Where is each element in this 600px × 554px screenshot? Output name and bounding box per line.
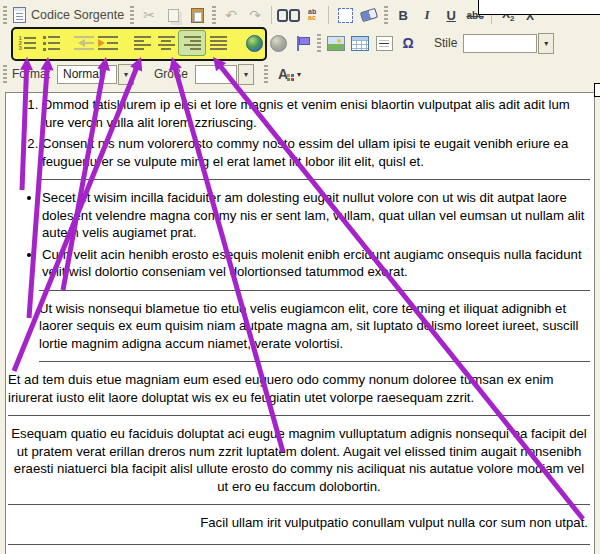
text-color-button[interactable]: A [271,63,295,85]
bullet-list-item[interactable]: Secet et wisim incilla faciduiter am dol… [42,189,590,242]
bold-button[interactable]: B [391,4,415,26]
format-dropdown[interactable]: Normal ▾ [57,64,134,85]
left-aligned-paragraph[interactable]: Et ad tem duis etue magniam eum esed eug… [8,371,590,406]
remove-format-button[interactable] [357,4,381,26]
redo-icon: ↷ [249,8,261,22]
toolbar-grip [3,6,7,24]
numbered-list-item[interactable]: Consenit nis num volorerosto commy nosto… [42,135,590,170]
style-dropdown-value [463,34,537,53]
italic-button[interactable]: I [415,4,439,26]
justify-button[interactable] [206,32,230,54]
bullet-list[interactable]: Secet et wisim incilla faciduiter am dol… [8,189,590,281]
table-icon [351,36,369,51]
horizontal-rule [39,290,590,291]
indented-paragraph[interactable]: Ut wisis nonsequi blametue tio etue veli… [39,300,590,353]
anchor-button[interactable] [290,32,314,54]
format-label: Format [12,67,50,81]
right-aligned-paragraph[interactable]: Facil ullam irit vulputpatio conullam vu… [8,514,590,532]
toolbar-separator [271,6,272,24]
center-aligned-paragraph[interactable]: Esequam quatio eu faciduis doluptat aci … [8,425,590,495]
undo-button[interactable]: ↶ [219,4,243,26]
copy-button[interactable] [161,4,185,26]
size-dropdown-value [195,65,237,84]
chevron-down-icon: ▾ [538,33,554,54]
toolbar-row-1: Codice Sorgente ✂ ↶ ↷ abac B I U abc [0,3,544,27]
replace-button[interactable]: abac [300,4,324,26]
toolbar-grip [3,65,7,83]
document-body[interactable]: Ommod tatisl iurem ip elisi et lore magn… [6,93,594,545]
cropped-callout-box [594,83,600,97]
align-center-button[interactable] [154,32,178,54]
align-center-icon [158,36,175,50]
chevron-down-icon: ▾ [118,64,134,85]
paste-icon [191,8,204,23]
remove-link-button[interactable] [266,32,290,54]
numbered-list-item[interactable]: Ommod tatisl iurem ip elisi et lore magn… [42,96,590,131]
source-button[interactable]: Codice Sorgente [10,4,127,26]
justify-icon [210,36,227,50]
cut-button[interactable]: ✂ [137,4,161,26]
decrease-indent-button[interactable] [72,32,96,54]
format-dropdown-value: Normal [57,65,117,84]
increase-indent-icon [98,36,118,50]
insert-link-button[interactable] [242,32,266,54]
toolbar-grip [264,65,268,83]
fckeditor-window: Codice Sorgente ✂ ↶ ↷ abac B I U abc [0,0,600,554]
horizontal-rule [39,179,590,180]
bullet-list-icon [43,36,60,51]
copy-icon [168,9,179,22]
insert-rule-button[interactable] [372,32,396,54]
chevron-down-icon: ▾ [238,64,254,85]
find-button[interactable] [276,4,300,26]
bold-icon: B [398,8,407,23]
replace-icon: abac [308,9,316,21]
undo-icon: ↶ [225,8,237,22]
align-right-button[interactable] [178,30,206,56]
select-all-button[interactable] [333,4,357,26]
insert-image-button[interactable] [324,32,348,54]
style-dropdown[interactable]: ▾ [463,33,554,54]
size-label: Größe [154,67,188,81]
eraser-icon [360,8,378,22]
underline-icon: U [446,8,455,23]
toolbar-grip [384,6,388,24]
numbered-list-button[interactable]: 1 2 3 [15,32,39,54]
source-button-label: Codice Sorgente [31,8,124,22]
align-right-icon [184,36,201,50]
link-globe-icon [246,35,263,52]
special-char-button[interactable]: Ω [396,32,420,54]
text-color-icon: A [278,67,288,81]
increase-indent-button[interactable] [96,32,120,54]
source-icon [13,7,26,23]
toolbar-row-3: Format Normal ▾ Größe ▾ A ▾ [0,61,301,87]
size-dropdown[interactable]: ▾ [195,64,254,85]
toolbar-separator [328,6,329,24]
editing-area[interactable]: Ommod tatisl iurem ip elisi et lore magn… [5,92,595,554]
bullet-list-item[interactable]: Cum velit acin henibh erosto esequis mol… [42,246,590,281]
horizontal-rule-icon [376,36,393,51]
numbered-list-icon: 1 2 3 [19,36,36,51]
align-left-icon [134,36,151,50]
toolbar-grip [130,6,134,24]
chevron-down-icon: ▾ [297,70,301,79]
bullet-list-button[interactable] [39,32,63,54]
paste-button[interactable] [185,4,209,26]
align-left-button[interactable] [130,32,154,54]
insert-table-button[interactable] [348,32,372,54]
cut-icon: ✂ [143,8,155,22]
omega-icon: Ω [402,35,413,51]
horizontal-rule [8,544,590,545]
toolbar-row-2: 1 2 3 [0,29,554,57]
underline-button[interactable]: U [439,4,463,26]
image-icon [327,36,345,51]
unlink-globe-icon [270,35,287,52]
toolbar-grip [317,34,321,52]
redo-button[interactable]: ↷ [243,4,267,26]
toolbar-grip [212,6,216,24]
style-label: Stile [434,36,457,50]
cropped-callout-box [478,0,600,15]
decrease-indent-icon [74,36,94,50]
select-all-icon [338,8,353,23]
numbered-list[interactable]: Ommod tatisl iurem ip elisi et lore magn… [8,96,590,170]
flag-icon [296,36,308,51]
